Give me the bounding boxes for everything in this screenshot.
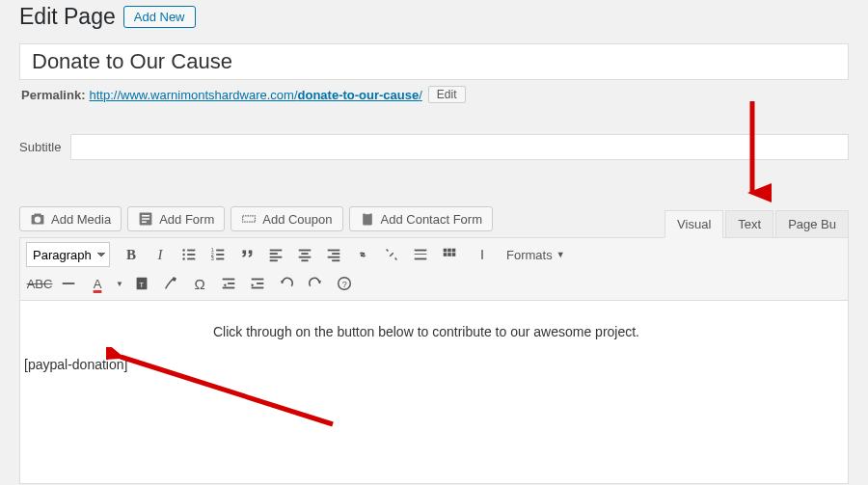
indent-button[interactable] [244,271,271,296]
toolbar-toggle-button[interactable] [436,242,463,267]
permalink-edit-button[interactable]: Edit [428,86,466,103]
svg-rect-31 [415,250,427,252]
formats-dropdown[interactable]: Formats ▼ [498,244,574,266]
svg-rect-50 [252,287,264,289]
svg-rect-30 [332,259,339,261]
bullet-list-button[interactable] [176,242,203,267]
add-media-button[interactable]: Add Media [19,206,122,231]
permalink-label: Permalink: [21,88,85,102]
permalink-link[interactable]: http://www.warnimontshardware.com/donate… [89,88,421,102]
block-format-select[interactable]: Paragraph [26,242,110,267]
paste-text-button[interactable]: T [128,271,155,296]
redo-button[interactable] [302,271,329,296]
clipboard-icon [360,211,375,227]
svg-rect-49 [257,283,263,284]
add-coupon-label: Add Coupon [262,212,332,227]
unlink-button[interactable] [378,242,405,267]
permalink-slug: donate-to-our-cause [298,88,420,102]
coupon-icon [241,211,257,227]
help-button[interactable]: ? [331,271,358,296]
permalink-base: http://www.warnimontshardware.com/ [89,88,297,102]
svg-rect-14 [216,250,224,252]
svg-rect-6 [365,212,369,214]
svg-rect-26 [301,259,308,261]
tab-page-builder[interactable]: Page Bu [775,210,849,237]
special-char-button[interactable]: Ω [186,271,213,296]
svg-point-9 [182,254,184,256]
text-color-chevron[interactable]: ▼ [113,271,126,296]
add-new-page-button[interactable]: Add New [123,6,196,28]
align-left-button[interactable] [262,242,289,267]
toolbar-row-2: ABC A ▼ T Ω ? [19,269,849,301]
outdent-button[interactable] [215,271,242,296]
svg-rect-48 [252,279,264,281]
camera-icon [30,211,45,227]
svg-text:3: 3 [211,256,214,261]
hr-button[interactable] [55,271,82,296]
add-form-label: Add Form [159,212,214,227]
add-contact-form-label: Add Contact Form [381,212,483,227]
svg-text:T: T [139,281,144,289]
svg-rect-44 [172,277,176,282]
bold-button[interactable]: B [118,242,145,267]
italic-button[interactable]: I [147,242,174,267]
svg-rect-38 [448,253,451,256]
svg-rect-32 [415,254,427,255]
insert-more-button[interactable] [407,242,434,267]
svg-rect-29 [328,256,340,258]
undo-button[interactable] [273,271,300,296]
content-shortcode: [paypal-donation] [20,357,832,372]
svg-rect-41 [63,283,75,284]
text-color-button[interactable]: A [84,271,111,296]
svg-rect-1 [142,215,149,217]
tab-text[interactable]: Text [725,210,773,237]
align-center-button[interactable] [291,242,318,267]
svg-rect-22 [270,259,278,261]
form-icon [138,211,153,227]
svg-rect-34 [444,249,448,253]
add-coupon-button[interactable]: Add Coupon [231,206,342,231]
svg-rect-8 [187,250,195,252]
content-line-1: Click through on the button below to con… [20,324,832,339]
permalink-row: Permalink: http://www.warnimontshardware… [19,80,849,107]
tab-visual[interactable]: Visual [665,210,723,238]
blockquote-button[interactable] [233,242,260,267]
svg-rect-39 [452,253,456,256]
svg-rect-18 [216,258,224,260]
svg-text:?: ? [342,280,347,289]
clear-formatting-button[interactable] [157,271,184,296]
svg-rect-4 [243,216,256,222]
add-form-button[interactable]: Add Form [127,206,225,231]
svg-rect-47 [223,287,235,289]
svg-rect-23 [299,250,312,252]
svg-point-11 [182,257,184,259]
svg-rect-2 [142,218,149,220]
number-list-button[interactable]: 123 [204,242,231,267]
svg-rect-12 [187,258,195,260]
svg-rect-25 [299,256,312,258]
add-contact-form-button[interactable]: Add Contact Form [349,206,494,231]
svg-rect-16 [216,254,224,256]
permalink-trail: / [419,88,422,102]
insert-link-button[interactable] [349,242,376,267]
svg-rect-33 [415,258,427,260]
svg-rect-21 [270,256,283,258]
svg-rect-24 [301,253,308,255]
svg-rect-5 [363,213,372,225]
separator-button[interactable] [475,242,490,267]
page-heading: Edit Page [19,4,116,30]
svg-rect-36 [452,249,456,253]
svg-point-7 [182,249,184,251]
svg-rect-37 [444,253,448,256]
svg-rect-46 [228,283,234,284]
svg-rect-40 [481,250,482,259]
subtitle-label: Subtitle [19,140,61,154]
svg-rect-27 [328,250,340,252]
post-title-input[interactable] [19,43,849,80]
add-media-label: Add Media [51,212,111,227]
svg-rect-45 [223,279,235,281]
subtitle-input[interactable] [70,134,849,160]
content-editor[interactable]: Click through on the button below to con… [19,301,849,484]
align-right-button[interactable] [320,242,347,267]
strikethrough-button[interactable]: ABC [26,271,53,296]
